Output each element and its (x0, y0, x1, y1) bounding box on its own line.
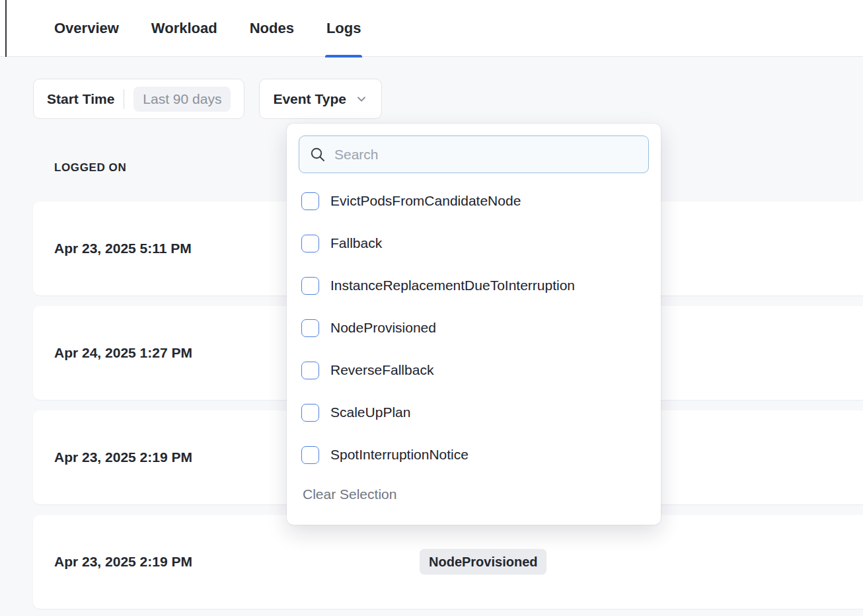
checkbox-icon[interactable] (301, 446, 319, 464)
option-spotinterruptionnotice[interactable]: SpotInterruptionNotice (299, 434, 649, 476)
tab-workload[interactable]: Workload (151, 0, 217, 57)
option-label: InstanceReplacementDueToInterruption (330, 278, 575, 293)
clear-selection-link[interactable]: Clear Selection (299, 476, 400, 502)
logged-on-column-header: LOGGED ON (54, 161, 126, 174)
tab-overview[interactable]: Overview (54, 0, 119, 57)
filter-bar: Start Time Last 90 days Event Type (33, 79, 382, 119)
logged-on-value: Apr 23, 2025 5:11 PM (54, 241, 192, 256)
checkbox-icon[interactable] (301, 362, 319, 379)
event-type-filter-button[interactable]: Event Type (259, 79, 381, 119)
logged-on-value: Apr 23, 2025 2:19 PM (54, 449, 192, 465)
option-label: NodeProvisioned (330, 320, 436, 336)
option-reversefallback[interactable]: ReverseFallback (299, 349, 649, 391)
chevron-down-icon (355, 93, 368, 106)
option-evictpodsfromcandidatenode[interactable]: EvictPodsFromCandidateNode (299, 180, 649, 222)
option-label: EvictPodsFromCandidateNode (330, 193, 521, 209)
logged-on-value: Apr 23, 2025 2:19 PM (54, 554, 192, 570)
event-type-label: Event Type (273, 91, 346, 107)
tab-logs[interactable]: Logs (326, 0, 361, 57)
tab-bar: Overview Workload Nodes Logs (0, 0, 863, 57)
checkbox-icon[interactable] (301, 235, 319, 252)
start-time-value-pill: Last 90 days (133, 87, 231, 112)
search-input[interactable] (334, 147, 638, 163)
logged-on-value: Apr 24, 2025 1:27 PM (54, 345, 192, 361)
left-edge-divider (5, 0, 7, 57)
option-fallback[interactable]: Fallback (299, 222, 649, 264)
checkbox-icon[interactable] (301, 192, 319, 210)
tab-nodes[interactable]: Nodes (250, 0, 294, 57)
start-time-label: Start Time (47, 91, 114, 107)
option-label: Fallback (330, 235, 382, 251)
start-time-filter-button[interactable]: Start Time Last 90 days (33, 79, 244, 119)
option-instancereplacementduetointerruption[interactable]: InstanceReplacementDueToInterruption (299, 264, 649, 307)
checkbox-icon[interactable] (301, 277, 319, 295)
option-label: ReverseFallback (330, 362, 433, 378)
event-type-badge: NodeProvisioned (420, 549, 546, 575)
option-label: ScaleUpPlan (330, 404, 410, 420)
dropdown-search-box[interactable] (299, 135, 649, 173)
checkbox-icon[interactable] (301, 404, 319, 422)
option-nodeprovisioned[interactable]: NodeProvisioned (299, 307, 649, 349)
event-type-dropdown-panel: EvictPodsFromCandidateNode Fallback Inst… (287, 124, 661, 525)
option-label: SpotInterruptionNotice (330, 447, 469, 463)
checkbox-icon[interactable] (301, 319, 319, 337)
option-scaleupplan[interactable]: ScaleUpPlan (299, 391, 649, 434)
filter-separator (124, 89, 124, 109)
search-icon (309, 146, 326, 163)
table-header-row: LOGGED ON (54, 161, 126, 174)
table-row[interactable]: Apr 23, 2025 2:19 PM NodeProvisioned (33, 515, 863, 609)
